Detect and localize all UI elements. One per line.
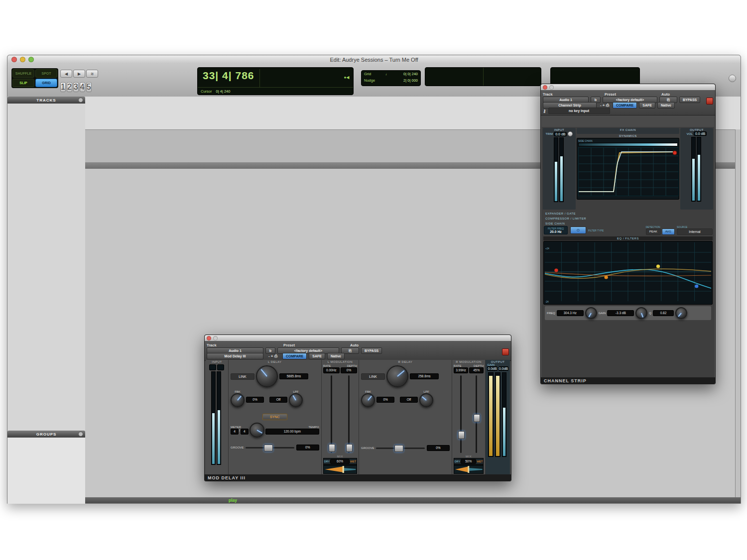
md-r-lpf-value[interactable]: Off (400, 397, 418, 403)
minimize-icon[interactable] (213, 336, 218, 340)
edit-mode-grid[interactable]: GRID (35, 79, 57, 87)
md-l-rate-slider[interactable] (331, 375, 332, 453)
md-meter-numerator[interactable]: 4 (231, 429, 239, 435)
close-icon[interactable] (207, 336, 211, 340)
cs-gain-knob[interactable] (635, 307, 647, 319)
md-r-delay-value[interactable]: 258.8ms (410, 373, 439, 379)
md-tempo-value[interactable]: 120.00 bpm (265, 429, 319, 435)
md-l-fbk-knob[interactable] (231, 393, 245, 407)
cs-trim-value[interactable]: 0.0 dB (554, 132, 567, 136)
native-selector[interactable]: Native (657, 102, 675, 109)
cs-peak-button[interactable]: PEAK (646, 228, 661, 235)
cs-freq-knob[interactable] (585, 307, 597, 319)
preset-step-icons[interactable]: ‑ + ⎙ (265, 354, 280, 359)
cs-gain-value[interactable]: -3.3 dB (607, 310, 634, 316)
md-r-depth-value[interactable]: 45% (469, 367, 484, 373)
md-r-mix-value[interactable]: 50% (461, 459, 476, 464)
md-l-rate-value[interactable]: 0.00Hz (323, 367, 340, 373)
zoom-preset-3[interactable]: 3 (73, 82, 79, 92)
md-r-lpf-knob[interactable] (419, 393, 433, 407)
md-l-depth-value[interactable]: 0% (341, 367, 357, 373)
md-l-groove-slider[interactable] (246, 447, 294, 448)
nudge-value[interactable]: 2| 0| 000 (403, 77, 418, 84)
zoom-preset-1[interactable]: 1 (60, 82, 66, 92)
native-selector[interactable]: Native (327, 353, 345, 359)
md-l-link-button[interactable]: LINK (231, 373, 254, 380)
plugin-selector[interactable]: Mod Delay III (207, 353, 263, 359)
md-r-groove-value[interactable]: 0% (427, 445, 450, 451)
channel-strip-titlebar[interactable] (541, 84, 715, 91)
compare-button[interactable]: COMPARE (613, 102, 637, 109)
cs-dynamics-transfer-graph[interactable] (578, 147, 679, 196)
pre-post-icon[interactable]: ●◀ (340, 68, 353, 87)
md-l-depth-slider[interactable] (348, 375, 350, 453)
md-l-delay-knob[interactable] (256, 365, 278, 387)
close-icon[interactable] (543, 85, 547, 90)
grid-value[interactable]: 0| 0| 240 (403, 71, 418, 77)
main-counter-value[interactable]: 33| 4| 786 (198, 68, 255, 87)
safe-button[interactable]: SAFE (639, 102, 655, 109)
md-r-fbk-knob[interactable] (361, 393, 375, 407)
compare-button[interactable]: COMPARE (282, 353, 307, 359)
md-r-rate-slider[interactable] (460, 375, 462, 453)
cs-q-knob[interactable] (675, 307, 687, 319)
preset-step-icons[interactable]: ‑ + ⎙ (599, 103, 611, 108)
tracks-panel-header[interactable]: TRACKS (7, 97, 85, 104)
edit-mode-slip[interactable]: SLIP (12, 79, 34, 87)
cs-avg-button[interactable]: AVG (662, 228, 675, 235)
tracks-panel-menu-icon[interactable] (78, 98, 83, 103)
grid-nudge-panel[interactable]: Grid♩0| 0| 240 Nudge2| 0| 000 (361, 70, 421, 86)
md-l-mix-value[interactable]: 60% (330, 459, 350, 464)
md-output-fader-r[interactable] (496, 376, 499, 456)
md-l-delay-value[interactable]: 5885.8ms (279, 373, 308, 379)
vertical-scrollbar[interactable] (735, 129, 741, 497)
cs-q-value[interactable]: 0.82 (653, 310, 674, 316)
md-sync-button[interactable]: SYNC (262, 414, 287, 420)
zoom-preset-4[interactable]: 4 (80, 82, 85, 92)
zoom-arrow-right[interactable]: ▶ (73, 70, 85, 78)
cs-vol-value[interactable]: 0.0 dB (694, 131, 707, 136)
track-letter-badge[interactable]: b (265, 347, 275, 354)
md-output-fader-l[interactable] (489, 376, 493, 456)
md-r-fbk-value[interactable]: 0% (376, 397, 394, 403)
target-button[interactable] (502, 348, 509, 355)
md-r-rate-value[interactable]: 3.99Hz (454, 367, 468, 373)
pre-post-roll-panel[interactable] (425, 67, 541, 86)
edit-mode-shuffle[interactable]: SHUFFLE (12, 69, 34, 78)
cs-side-chain-power-button[interactable]: ⏻ (570, 226, 586, 234)
safe-button[interactable]: SAFE (309, 353, 325, 359)
zoom-waveform-button[interactable]: ≋ (86, 70, 98, 78)
target-button[interactable] (706, 98, 713, 105)
md-meter-denominator[interactable]: 4 (241, 429, 249, 435)
minimize-icon[interactable] (549, 85, 554, 90)
bypass-button[interactable]: BYPASS (361, 347, 382, 354)
md-tempo-knob[interactable] (249, 423, 264, 438)
md-r-link-button[interactable]: LINK (361, 373, 385, 380)
window-titlebar[interactable]: Edit: Audrye Sessions – Turn Me Off (7, 55, 741, 64)
md-l-lpf-value[interactable]: Off (269, 397, 287, 403)
cs-filter-freq-value[interactable]: 20.0 Hz (544, 230, 567, 233)
md-l-groove-value[interactable]: 0% (296, 445, 319, 450)
edit-mode-spot[interactable]: SPOT (35, 69, 57, 78)
cs-source-selector[interactable]: Internal (677, 228, 713, 235)
md-l-mix-fader[interactable] (323, 465, 357, 474)
md-out-gain-r[interactable]: 0.0dB (498, 366, 508, 371)
cs-phase-button[interactable] (568, 131, 573, 136)
bypass-button[interactable]: BYPASS (679, 97, 700, 103)
toolbar-menu-button[interactable] (729, 75, 736, 82)
md-r-depth-slider[interactable] (476, 375, 477, 453)
zoom-preset-5[interactable]: 5 (86, 82, 92, 92)
key-input-selector[interactable]: no key input (548, 108, 610, 114)
md-r-mix-fader[interactable] (454, 465, 484, 474)
md-r-groove-slider[interactable] (376, 448, 424, 449)
zoom-arrow-left[interactable]: ◀ (60, 70, 72, 78)
groups-panel-header[interactable]: GROUPS (7, 431, 85, 438)
cs-freq-value[interactable]: 304.3 Hz (557, 310, 584, 316)
md-r-delay-knob[interactable] (386, 365, 408, 387)
zoom-preset-2[interactable]: 2 (67, 82, 72, 92)
md-l-fbk-value[interactable]: 0% (246, 397, 264, 403)
md-l-lpf-knob[interactable] (289, 393, 303, 407)
cs-eq-graph-panel[interactable]: +24 -24 (543, 241, 713, 305)
groups-panel-menu-icon[interactable] (78, 432, 83, 437)
main-counter[interactable]: 33| 4| 786 ●◀ Cursor 0| 4| 240 (197, 67, 354, 95)
